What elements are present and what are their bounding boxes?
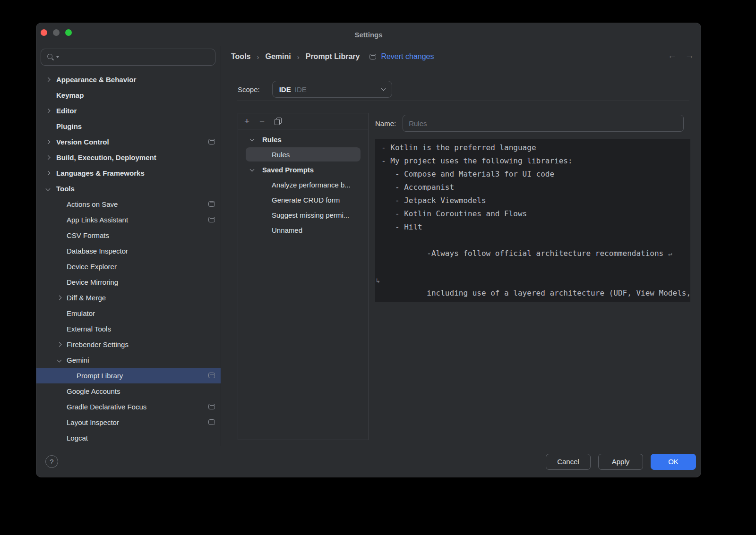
chevron-right-icon[interactable] bbox=[57, 342, 62, 347]
sidebar-item-label: Prompt Library bbox=[77, 372, 123, 380]
breadcrumb-gemini[interactable]: Gemini bbox=[265, 52, 291, 61]
cancel-button[interactable]: Cancel bbox=[546, 454, 591, 470]
modified-settings-icon bbox=[208, 201, 215, 207]
prompt-tree: Rules Rules Saved Prompts Analyze perfor… bbox=[238, 132, 368, 238]
breadcrumb-separator: › bbox=[257, 53, 259, 61]
sidebar-item-label: Diff & Merge bbox=[67, 294, 106, 302]
sidebar-item-appearance-behavior[interactable]: Appearance & Behavior bbox=[36, 72, 221, 87]
sidebar-item-label: Editor bbox=[56, 107, 77, 115]
sidebar-item-languages-frameworks[interactable]: Languages & Frameworks bbox=[36, 165, 221, 181]
editor-line: ↳including use of a layered architecture… bbox=[381, 273, 690, 302]
settings-tree: Appearance & Behavior Keymap Editor Plug… bbox=[36, 72, 221, 446]
prompt-text-editor[interactable]: - Kotlin is the preferred language - My … bbox=[375, 139, 690, 302]
sidebar-item-csv-formats[interactable]: CSV Formats bbox=[36, 228, 221, 243]
modified-settings-icon bbox=[208, 373, 215, 378]
search-icon bbox=[47, 53, 55, 61]
sidebar-item-database-inspector[interactable]: Database Inspector bbox=[36, 243, 221, 259]
sidebar-item-keymap[interactable]: Keymap bbox=[36, 87, 221, 103]
window-title: Settings bbox=[36, 23, 701, 46]
name-input[interactable] bbox=[403, 115, 684, 132]
help-button[interactable]: ? bbox=[45, 455, 58, 468]
sidebar-item-label: Logcat bbox=[67, 434, 88, 442]
sidebar-item-firebender-settings[interactable]: Firebender Settings bbox=[36, 337, 221, 352]
add-prompt-button[interactable]: + bbox=[244, 117, 249, 126]
chevron-down-icon[interactable] bbox=[46, 187, 51, 191]
breadcrumb: Tools › Gemini › Prompt Library Revert c… bbox=[231, 50, 434, 64]
question-mark-icon: ? bbox=[50, 458, 53, 466]
sidebar-item-gradle-declarative-focus[interactable]: Gradle Declarative Focus bbox=[36, 399, 221, 415]
editor-line: -Always follow official architecture rec… bbox=[381, 234, 690, 273]
sidebar-item-external-tools[interactable]: External Tools bbox=[36, 321, 221, 337]
sidebar-item-label: Actions on Save bbox=[67, 200, 118, 208]
sidebar-item-prompt-library[interactable]: Prompt Library bbox=[36, 368, 221, 383]
scope-dropdown[interactable]: IDE IDE bbox=[272, 81, 392, 98]
forward-arrow-icon[interactable]: → bbox=[685, 51, 694, 61]
scope-value-detail: IDE bbox=[295, 85, 307, 93]
prompt-item-label: Rules bbox=[272, 151, 290, 159]
sidebar-item-logcat[interactable]: Logcat bbox=[36, 430, 221, 446]
sidebar-item-label: Plugins bbox=[56, 122, 82, 130]
chevron-right-icon[interactable] bbox=[46, 171, 51, 176]
sidebar-item-label: Gradle Declarative Focus bbox=[67, 403, 146, 411]
prompt-item-suggest-missing-permissions[interactable]: Suggest missing permi... bbox=[238, 207, 368, 222]
chevron-down-icon[interactable] bbox=[250, 167, 255, 172]
chevron-right-icon[interactable] bbox=[46, 155, 51, 160]
sidebar-item-label: App Links Assistant bbox=[67, 216, 128, 224]
sidebar-item-layout-inspector[interactable]: Layout Inspector bbox=[36, 415, 221, 430]
sidebar-item-build-execution-deployment[interactable]: Build, Execution, Deployment bbox=[36, 150, 221, 165]
prompt-item-rules-selected[interactable]: Rules bbox=[238, 147, 368, 162]
prompt-group-saved-prompts[interactable]: Saved Prompts bbox=[238, 162, 368, 177]
settings-sidebar: Appearance & Behavior Keymap Editor Plug… bbox=[36, 46, 221, 446]
search-input[interactable] bbox=[60, 49, 215, 65]
sidebar-item-label: External Tools bbox=[67, 325, 111, 333]
breadcrumb-separator: › bbox=[297, 53, 300, 61]
chevron-right-icon[interactable] bbox=[46, 77, 51, 82]
sidebar-item-label: Device Explorer bbox=[67, 263, 117, 271]
breadcrumb-tools[interactable]: Tools bbox=[231, 52, 250, 61]
duplicate-prompt-button[interactable] bbox=[275, 118, 281, 125]
chevron-down-icon[interactable] bbox=[57, 358, 62, 363]
search-history-caret-icon[interactable] bbox=[56, 56, 59, 58]
modified-settings-icon bbox=[208, 419, 215, 425]
modified-settings-icon bbox=[208, 217, 215, 222]
revert-changes[interactable]: Revert changes bbox=[369, 52, 434, 61]
prompt-item-analyze-performance[interactable]: Analyze performance b... bbox=[238, 177, 368, 192]
sidebar-item-label: Keymap bbox=[56, 91, 84, 99]
sidebar-item-label: Emulator bbox=[67, 309, 95, 317]
revert-changes-link[interactable]: Revert changes bbox=[381, 52, 434, 61]
sidebar-item-label: Google Accounts bbox=[67, 387, 120, 395]
scope-label: Scope: bbox=[238, 85, 260, 93]
sidebar-item-app-links-assistant[interactable]: App Links Assistant bbox=[36, 212, 221, 228]
chevron-down-icon[interactable] bbox=[250, 137, 255, 142]
settings-content: Tools › Gemini › Prompt Library Revert c… bbox=[221, 46, 701, 446]
prompt-item-unnamed[interactable]: Unnamed bbox=[238, 222, 368, 238]
chevron-right-icon[interactable] bbox=[57, 296, 62, 300]
sidebar-item-editor[interactable]: Editor bbox=[36, 103, 221, 119]
sidebar-item-actions-on-save[interactable]: Actions on Save bbox=[36, 196, 221, 212]
prompt-item-generate-crud-form[interactable]: Generate CRUD form bbox=[238, 192, 368, 207]
section-divider bbox=[237, 101, 689, 101]
prompt-item-label: Generate CRUD form bbox=[272, 196, 340, 204]
chevron-down-icon bbox=[381, 86, 386, 91]
ok-button[interactable]: OK bbox=[651, 454, 696, 470]
sidebar-item-diff-merge[interactable]: Diff & Merge bbox=[36, 290, 221, 306]
remove-prompt-button[interactable]: − bbox=[259, 117, 265, 126]
titlebar[interactable]: Settings bbox=[36, 23, 701, 46]
apply-button[interactable]: Apply bbox=[598, 454, 643, 470]
chevron-right-icon[interactable] bbox=[46, 109, 51, 113]
dialog-footer: ? Cancel Apply OK bbox=[36, 446, 701, 477]
soft-wrap-icon: ↳ bbox=[376, 274, 380, 287]
sidebar-item-tools[interactable]: Tools bbox=[36, 181, 221, 196]
sidebar-item-google-accounts[interactable]: Google Accounts bbox=[36, 383, 221, 399]
sidebar-item-version-control[interactable]: Version Control bbox=[36, 134, 221, 150]
sidebar-item-emulator[interactable]: Emulator bbox=[36, 306, 221, 321]
sidebar-item-plugins[interactable]: Plugins bbox=[36, 119, 221, 134]
sidebar-item-device-mirroring[interactable]: Device Mirroring bbox=[36, 274, 221, 290]
settings-search-field[interactable] bbox=[41, 49, 215, 66]
back-arrow-icon[interactable]: ← bbox=[668, 51, 677, 61]
name-row: Name: bbox=[375, 115, 684, 132]
sidebar-item-gemini[interactable]: Gemini bbox=[36, 352, 221, 368]
prompt-group-rules[interactable]: Rules bbox=[238, 132, 368, 147]
sidebar-item-device-explorer[interactable]: Device Explorer bbox=[36, 259, 221, 274]
chevron-right-icon[interactable] bbox=[46, 140, 51, 144]
